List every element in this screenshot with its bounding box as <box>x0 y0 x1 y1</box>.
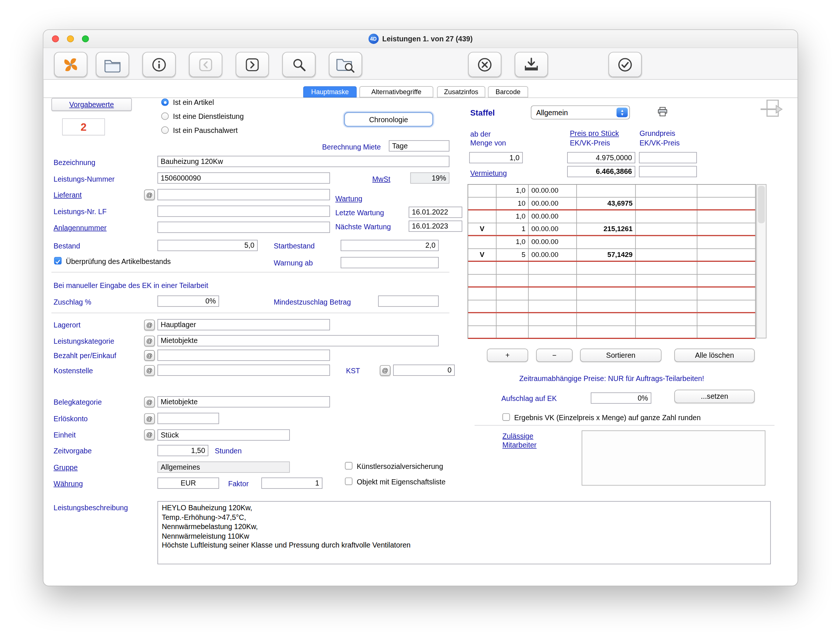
zulaessige-mitarbeiter-link[interactable]: Zulässige Mitarbeiter <box>502 432 536 450</box>
bezahlt-lookup-button[interactable]: @ <box>144 350 155 361</box>
vermietung-link[interactable]: Vermietung <box>470 169 507 177</box>
cancel-button[interactable] <box>468 52 501 77</box>
query-button[interactable] <box>329 52 362 77</box>
bestandspruefung-checkbox[interactable] <box>54 257 61 264</box>
eigenschaftsliste-checkbox[interactable] <box>345 477 353 485</box>
menge-von-field[interactable]: 1,0 <box>469 152 523 163</box>
lagerort-lookup-button[interactable]: @ <box>144 320 155 330</box>
save-button[interactable] <box>514 52 548 77</box>
kst-lookup-button[interactable]: @ <box>380 365 391 376</box>
beschreibung-textarea[interactable]: HEYLO Bauheizung 120Kw, Temp.-Erhöhung->… <box>157 501 770 564</box>
radio-ist-eine-dienstleistung[interactable]: Ist eine Dienstleistung <box>161 112 244 120</box>
runden-checkbox[interactable] <box>502 413 510 420</box>
setzen-button[interactable]: ...setzen <box>674 390 755 403</box>
staffel-table-row[interactable] <box>468 275 755 287</box>
staffel-table-row[interactable]: V100.00.00215,1261 <box>468 223 755 236</box>
bestand-field[interactable]: 5,0 <box>157 240 258 251</box>
staffel-table-row[interactable] <box>468 313 755 326</box>
staffel-table-row[interactable]: 1,000.00.00 <box>468 236 755 249</box>
table-scrollbar[interactable] <box>756 184 767 339</box>
vorgabewerte-button[interactable]: Vorgabewerte <box>51 98 132 111</box>
preis-pro-stueck-link[interactable]: Preis pro Stück <box>570 129 619 138</box>
grundpreis-vk-field[interactable] <box>639 166 697 177</box>
kostenstelle-field[interactable] <box>157 365 330 376</box>
tools-button[interactable] <box>54 52 87 77</box>
lagerort-field[interactable]: Hauptlager <box>157 319 330 330</box>
letzte-wartung-field[interactable]: 16.01.2022 <box>408 207 462 218</box>
tab-barcode[interactable]: Barcode <box>488 86 528 97</box>
open-button[interactable] <box>96 52 129 77</box>
record-count-field[interactable]: 2 <box>62 118 105 135</box>
chronologie-button[interactable]: Chronologie <box>344 112 433 127</box>
staffel-table-row[interactable] <box>468 326 755 339</box>
leistungskategorie-field[interactable]: Mietobjekte <box>157 335 438 346</box>
staffel-table-row[interactable]: 1000.00.0043,6975 <box>468 197 755 210</box>
add-row-button[interactable]: + <box>487 349 528 362</box>
radio-ist-ein-artikel[interactable]: Ist ein Artikel <box>161 98 214 106</box>
ksv-checkbox[interactable] <box>345 462 353 469</box>
next-record-button[interactable] <box>236 52 269 77</box>
lieferant-link[interactable]: Lieferant <box>54 191 82 199</box>
titlebar[interactable]: 4D Leistungen 1. von 27 (439) <box>43 30 797 48</box>
tab-zusatzinfos[interactable]: Zusatzinfos <box>437 86 486 97</box>
alle-loeschen-button[interactable]: Alle löschen <box>674 349 755 362</box>
export-record-button[interactable] <box>758 99 785 122</box>
waehrung-link[interactable]: Währung <box>54 480 83 488</box>
staffel-table-row[interactable] <box>468 262 755 275</box>
erloeskonto-lookup-button[interactable]: @ <box>144 413 155 424</box>
ek-preis-field[interactable]: 4.975,0000 <box>567 152 635 163</box>
gruppe-link[interactable]: Gruppe <box>54 464 78 472</box>
aufschlag-field[interactable]: 0% <box>591 392 651 404</box>
close-window-button[interactable] <box>52 35 59 43</box>
staffel-table-row[interactable]: V500.00.0057,1429 <box>468 249 755 262</box>
zuschlag-field[interactable]: 0% <box>157 295 219 306</box>
anlagennummer-field[interactable] <box>157 221 330 232</box>
anlagennummer-link[interactable]: Anlagennummer <box>54 224 107 232</box>
gruppe-field[interactable]: Allgemeines <box>157 461 289 472</box>
kst-field[interactable]: 0 <box>393 365 455 376</box>
remove-row-button[interactable]: − <box>536 349 573 362</box>
grundpreis-ek-field[interactable] <box>639 152 697 163</box>
previous-record-button[interactable] <box>189 52 222 77</box>
berechnung-miete-field[interactable]: Tage <box>389 140 449 152</box>
print-list-button[interactable] <box>657 107 668 120</box>
leistungs-nummer-field[interactable]: 1506000090 <box>157 172 330 183</box>
lieferant-lookup-button[interactable]: @ <box>144 190 155 200</box>
search-button[interactable] <box>282 52 315 77</box>
radio-ist-ein-pauschalwert[interactable]: Ist ein Pauschalwert <box>161 126 237 134</box>
leistungs-nr-lf-field[interactable] <box>157 206 330 217</box>
mitarbeiter-listbox[interactable] <box>582 431 766 485</box>
lieferant-field[interactable] <box>157 189 330 200</box>
belegkategorie-lookup-button[interactable]: @ <box>144 396 155 407</box>
startbestand-field[interactable]: 2,0 <box>340 240 438 251</box>
tab-hauptmaske[interactable]: Hauptmaske <box>303 86 357 97</box>
faktor-field[interactable]: 1 <box>261 477 323 488</box>
staffel-table-row[interactable] <box>468 300 755 313</box>
wartung-link[interactable]: Wartung <box>335 195 362 203</box>
kostenstelle-lookup-button[interactable]: @ <box>144 365 155 376</box>
bezahlt-field[interactable] <box>157 350 330 361</box>
info-button[interactable] <box>142 52 176 77</box>
stepper-arrows-icon[interactable]: ▲ ▼ <box>617 107 628 117</box>
zeitvorgabe-field[interactable]: 1,50 <box>157 445 208 456</box>
accept-button[interactable] <box>608 52 642 77</box>
erloeskonto-field[interactable] <box>157 413 219 424</box>
einheit-lookup-button[interactable]: @ <box>144 430 155 440</box>
naechste-wartung-field[interactable]: 16.01.2023 <box>408 220 462 232</box>
leistungskategorie-lookup-button[interactable]: @ <box>144 336 155 346</box>
minimize-window-button[interactable] <box>67 35 74 43</box>
vk-preis-field[interactable]: 6.466,3866 <box>567 166 635 177</box>
zoom-window-button[interactable] <box>82 35 89 43</box>
sortieren-button[interactable]: Sortieren <box>580 349 661 362</box>
tab-alternativbegriffe[interactable]: Alternativbegriffe <box>359 86 433 97</box>
mwst-link[interactable]: MwSt <box>372 175 391 183</box>
mindestzuschlag-field[interactable] <box>378 295 439 306</box>
einheit-field[interactable]: Stück <box>157 430 289 441</box>
bezeichnung-field[interactable]: Bauheizung 120Kw <box>157 156 449 167</box>
staffel-table-row[interactable]: 1,000.00.00 <box>468 210 755 223</box>
warnung-ab-field[interactable] <box>340 257 438 268</box>
belegkategorie-field[interactable]: Mietobjekte <box>157 396 330 407</box>
staffel-dropdown[interactable]: Allgemein ▲ ▼ <box>531 106 630 120</box>
waehrung-field[interactable]: EUR <box>157 477 219 488</box>
staffel-table-row[interactable] <box>468 287 755 300</box>
